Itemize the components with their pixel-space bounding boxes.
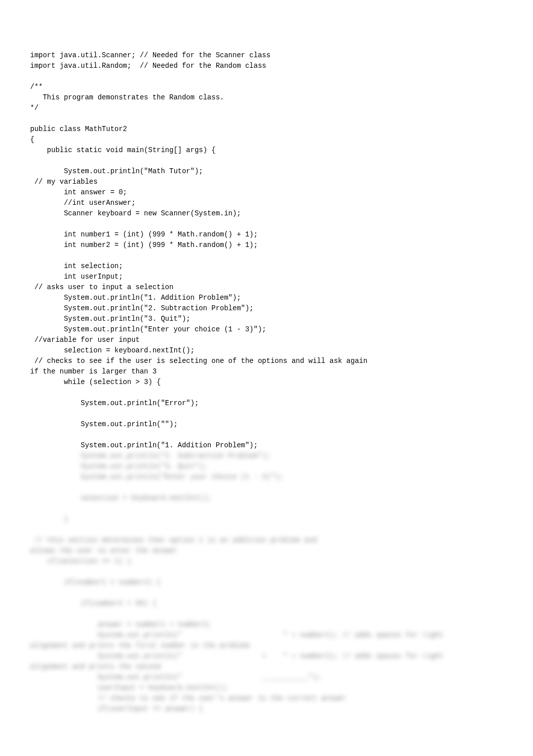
blurred-code-line — [30, 609, 508, 619]
blurred-code-line — [30, 482, 508, 493]
blurred-code-line: alignment and prints the second — [30, 662, 508, 672]
blurred-code-line: answer = number1 + number2; — [30, 619, 508, 630]
code-line: int number1 = (int) (999 * Math.random()… — [30, 229, 508, 240]
code-line: selection = keyboard.nextInt(); — [30, 345, 508, 356]
code-line: System.out.println("Math Tutor"); — [30, 166, 508, 177]
code-line: /** — [30, 82, 508, 92]
code-line: System.out.println("Error"); — [30, 398, 508, 409]
code-line: import java.util.Scanner; // Needed for … — [30, 50, 508, 61]
code-line: int answer = 0; — [30, 187, 508, 198]
code-line: System.out.println("3. Quit"); — [30, 314, 508, 324]
blurred-code-line: System.out.println("Enter your choice (1… — [30, 472, 508, 482]
code-line — [30, 156, 508, 166]
code-line: int selection; — [30, 261, 508, 272]
code-line: // checks to see if the user is selectin… — [30, 356, 508, 366]
code-line: */ — [30, 103, 508, 113]
blurred-code-line — [30, 503, 508, 514]
code-line: System.out.println("Enter your choice (1… — [30, 324, 508, 335]
code-line: This program demonstrates the Random cla… — [30, 92, 508, 103]
code-line — [30, 113, 508, 124]
code-line: // asks user to input a selection — [30, 282, 508, 293]
blurred-code-line: if(selection == 1) { — [30, 556, 508, 567]
blurred-code-line: // checks to see if the user's answer is… — [30, 693, 508, 704]
blurred-code-line: if(number2 > 99) { — [30, 598, 508, 609]
blurred-code-line: System.out.println(" " + number1); // ad… — [30, 630, 508, 641]
code-line — [30, 71, 508, 82]
code-line — [30, 388, 508, 398]
code-block: import java.util.Scanner; // Needed for … — [30, 50, 508, 451]
blurred-code-line — [30, 588, 508, 598]
blurred-code-line: System.out.println("3. Quit"); — [30, 461, 508, 472]
code-line: public static void main(String[] args) { — [30, 145, 508, 156]
document-page: import java.util.Scanner; // Needed for … — [0, 0, 533, 756]
code-line: import java.util.Random; // Needed for t… — [30, 61, 508, 71]
code-line: //int userAnswer; — [30, 198, 508, 208]
blurred-code-line: allows the user to enter the answer — [30, 546, 508, 556]
code-line: System.out.println("1. Addition Problem"… — [30, 440, 508, 451]
code-line: public class MathTutor2 — [30, 124, 508, 135]
blurred-code-line: alignment and prints the first number in… — [30, 641, 508, 651]
code-line: Scanner keyboard = new Scanner(System.in… — [30, 208, 508, 219]
code-line: //variable for user input — [30, 335, 508, 345]
blurred-code-line: if(number1 > number2) { — [30, 577, 508, 588]
blurred-code-line: selection = keyboard.nextInt(); — [30, 493, 508, 503]
blurred-code-line: userInput = keyboard.nextInt(); — [30, 683, 508, 693]
code-line: int number2 = (int) (999 * Math.random()… — [30, 240, 508, 250]
code-line: // my variables — [30, 177, 508, 187]
code-line: System.out.println(""); — [30, 419, 508, 430]
blurred-code-line: // this section determines that option 1… — [30, 535, 508, 546]
blurred-code-line: if(userInput == answer) { — [30, 704, 508, 714]
blurred-code-line: System.out.println("2. Subtraction Probl… — [30, 451, 508, 461]
blurred-code-line: System.out.println(" ___________"); — [30, 672, 508, 683]
code-line: System.out.println("2. Subtraction Probl… — [30, 303, 508, 314]
blurred-code-line — [30, 567, 508, 577]
blurred-code-line — [30, 525, 508, 535]
code-line — [30, 219, 508, 229]
code-line — [30, 430, 508, 440]
code-line: while (selection > 3) { — [30, 377, 508, 388]
code-line — [30, 250, 508, 261]
blurred-code-block: System.out.println("2. Subtraction Probl… — [30, 451, 508, 714]
code-line: int userInput; — [30, 272, 508, 282]
blurred-code-line: } — [30, 514, 508, 525]
code-line: if the number is larger than 3 — [30, 366, 508, 377]
code-line: System.out.println("1. Addition Problem"… — [30, 293, 508, 303]
code-line: { — [30, 135, 508, 145]
blurred-code-line: System.out.println(" + " + number2); // … — [30, 651, 508, 662]
code-line — [30, 409, 508, 419]
